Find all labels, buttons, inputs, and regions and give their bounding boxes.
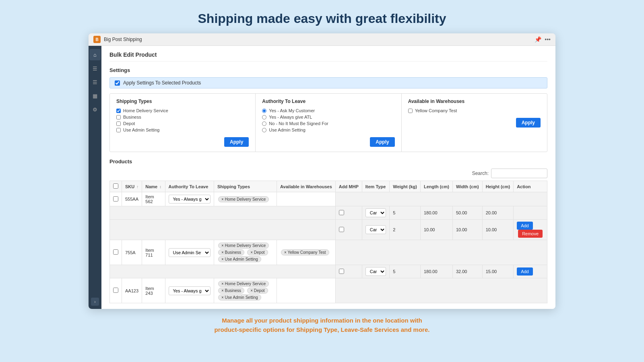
sub-row1a-empty bbox=[110, 206, 336, 220]
sub-row1a-mhp-checkbox[interactable] bbox=[339, 210, 344, 215]
warehouse-yellow-checkbox[interactable] bbox=[408, 109, 413, 113]
products-section-title: Products bbox=[109, 158, 547, 165]
row3-warehouse-cell bbox=[277, 278, 336, 303]
row2-sku: 755A bbox=[122, 240, 142, 265]
atl-ask-radio[interactable] bbox=[262, 109, 266, 113]
row3-shipping-tag-2: × Business bbox=[218, 288, 244, 294]
atl-admin-radio[interactable] bbox=[262, 128, 266, 132]
page-title: Shipping made easy with great flexibilit… bbox=[198, 11, 446, 26]
sub-row1b-height: 10.00 bbox=[482, 220, 514, 240]
sub-row1b-add-button[interactable]: Add bbox=[517, 222, 533, 230]
shipping-business-checkbox[interactable] bbox=[116, 115, 121, 119]
search-input[interactable] bbox=[491, 169, 547, 178]
row2-authority-select[interactable]: Use Admin Setting Yes - Always give ATL … bbox=[169, 248, 211, 257]
row3-shipping-cell: × Home Delivery Service × Business × Dep… bbox=[214, 278, 277, 303]
row2-name: Item 711 bbox=[142, 240, 165, 265]
pin-icon[interactable]: 📌 bbox=[535, 36, 541, 43]
sub-row1b-mhp-checkbox[interactable] bbox=[339, 227, 344, 232]
authority-title: Authority To Leave bbox=[262, 99, 394, 104]
settings-grid: Shipping Types Home Delivery Service Bus… bbox=[109, 93, 547, 152]
authority-apply-button[interactable]: Apply bbox=[370, 137, 394, 147]
app-icon-letter: B bbox=[95, 37, 98, 42]
sub-row2a-add-button[interactable]: Add bbox=[517, 267, 533, 276]
row3-name: Item 243 bbox=[142, 278, 165, 303]
authority-ask-customer: Yes - Ask My Customer bbox=[262, 108, 394, 113]
sub-row2a-height: 15.00 bbox=[482, 265, 514, 278]
atl-no-radio[interactable] bbox=[262, 121, 266, 126]
warehouses-apply-button[interactable]: Apply bbox=[516, 118, 541, 128]
bottom-text-line1: Manage all your product shipping informa… bbox=[222, 317, 422, 324]
authority-col: Authority To Leave Yes - Ask My Customer… bbox=[256, 94, 401, 152]
shipping-home-label: Home Delivery Service bbox=[123, 108, 168, 113]
apply-banner: Apply Settings To Selected Products bbox=[109, 77, 547, 88]
select-all-checkbox[interactable] bbox=[113, 183, 118, 189]
shipping-home-checkbox[interactable] bbox=[116, 109, 121, 113]
row1-name: Item 562 bbox=[142, 192, 165, 206]
th-name[interactable]: Name ↕ bbox=[142, 181, 165, 192]
row1-authority-select[interactable]: Yes - Always give ATL Yes - Ask My Custo… bbox=[169, 195, 211, 204]
sidebar-item-list1[interactable]: ☰ bbox=[89, 63, 101, 74]
sub-row1b-type-select[interactable]: Cartor bbox=[365, 225, 386, 234]
shipping-depot-checkbox[interactable] bbox=[116, 121, 121, 126]
sub-row2a-length: 180.00 bbox=[420, 265, 452, 278]
sidebar-item-settings[interactable]: ⚙ bbox=[89, 104, 101, 115]
sub-row2a-type: Cartor bbox=[362, 265, 390, 278]
main-content: Bulk Edit Product Settings Apply Setting… bbox=[101, 46, 555, 309]
authority-no-signed: No - No It Must Be Signed For bbox=[262, 121, 394, 126]
sub-row2a-type-select[interactable]: Cartor bbox=[365, 267, 386, 276]
sub-row2a-weight: 5 bbox=[390, 265, 421, 278]
sidebar-expand-btn[interactable]: › bbox=[91, 298, 99, 306]
th-sku[interactable]: SKU ↑ bbox=[122, 181, 142, 192]
shipping-types-apply-button[interactable]: Apply bbox=[224, 137, 249, 147]
sub-row2a-mhp-checkbox[interactable] bbox=[339, 269, 344, 274]
shipping-admin-checkbox[interactable] bbox=[116, 128, 121, 132]
row3-sku: AA123 bbox=[122, 278, 142, 303]
app-icon: B bbox=[93, 36, 101, 43]
sidebar-item-home[interactable]: ⌂ bbox=[89, 49, 101, 60]
sub-row1a-weight: 5 bbox=[390, 206, 421, 220]
sub-row1a-width: 50.00 bbox=[452, 206, 482, 220]
row3-checkbox[interactable] bbox=[113, 288, 118, 293]
sidebar: ⌂ ☰ ☰ ▦ ⚙ › bbox=[89, 46, 101, 309]
app-window: B Big Post Shipping 📌 ••• ⌂ ☰ ☰ ▦ ⚙ › Bu… bbox=[89, 33, 555, 309]
sidebar-item-products[interactable]: ▦ bbox=[89, 90, 101, 101]
sub-row1b-remove-button[interactable]: Remove bbox=[518, 230, 543, 238]
row3-shipping-tag-1: × Home Delivery Service bbox=[218, 281, 269, 287]
search-label: Search: bbox=[472, 171, 489, 176]
warehouses-col: Available in Warehouses Yellow Company T… bbox=[402, 94, 547, 152]
th-checkbox bbox=[110, 181, 122, 192]
title-bar-right: 📌 ••• bbox=[535, 36, 551, 43]
table-row: 755A Item 711 Use Admin Setting Yes - Al… bbox=[110, 240, 547, 265]
sub-row2a-width: 32.00 bbox=[452, 265, 482, 278]
row2-warehouse-cell: × Yellow Company Test bbox=[277, 240, 336, 265]
sub-row1a-type-select[interactable]: Cartor bbox=[365, 208, 386, 217]
row2-checkbox[interactable] bbox=[113, 249, 118, 255]
row2-shipping-tag-3: × Depot bbox=[247, 249, 268, 255]
row1-checkbox[interactable] bbox=[113, 196, 118, 202]
sub-row1a-type: Cartor bbox=[362, 206, 390, 220]
row3-shipping-tag-3: × Depot bbox=[247, 288, 268, 294]
row1-sku: 555AA bbox=[122, 192, 142, 206]
shipping-admin-label: Use Admin Setting bbox=[123, 128, 160, 132]
row1-warehouse-cell bbox=[277, 192, 336, 206]
apply-settings-checkbox[interactable] bbox=[115, 80, 120, 86]
shipping-type-admin: Use Admin Setting bbox=[116, 128, 249, 132]
th-item-type: Item Type bbox=[362, 181, 390, 192]
search-bar: Search: bbox=[109, 169, 547, 178]
row2-shipping-tag-1: × Home Delivery Service bbox=[218, 243, 269, 249]
th-authority: Authority To Leave bbox=[165, 181, 214, 192]
row3-shipping-tag-4: × Use Admin Setting bbox=[218, 294, 261, 300]
row3-empty bbox=[335, 278, 547, 303]
shipping-types-title: Shipping Types bbox=[116, 99, 249, 104]
shipping-type-business: Business bbox=[116, 115, 249, 119]
row3-checkbox-cell bbox=[110, 278, 122, 303]
more-options-icon[interactable]: ••• bbox=[545, 36, 551, 43]
th-add-mhp: Add MHP bbox=[335, 181, 362, 192]
sub-row1a-length: 180.00 bbox=[420, 206, 452, 220]
row3-authority-select[interactable]: Yes - Always give ATL Yes - Ask My Custo… bbox=[169, 286, 211, 295]
row1-authority-cell: Yes - Always give ATL Yes - Ask My Custo… bbox=[165, 192, 214, 206]
row3-authority-cell: Yes - Always give ATL Yes - Ask My Custo… bbox=[165, 278, 214, 303]
table-header-row: SKU ↑ Name ↕ Authority To Leave Shipping… bbox=[110, 181, 547, 192]
sidebar-item-list2[interactable]: ☰ bbox=[89, 76, 101, 88]
atl-always-radio[interactable] bbox=[262, 115, 266, 119]
